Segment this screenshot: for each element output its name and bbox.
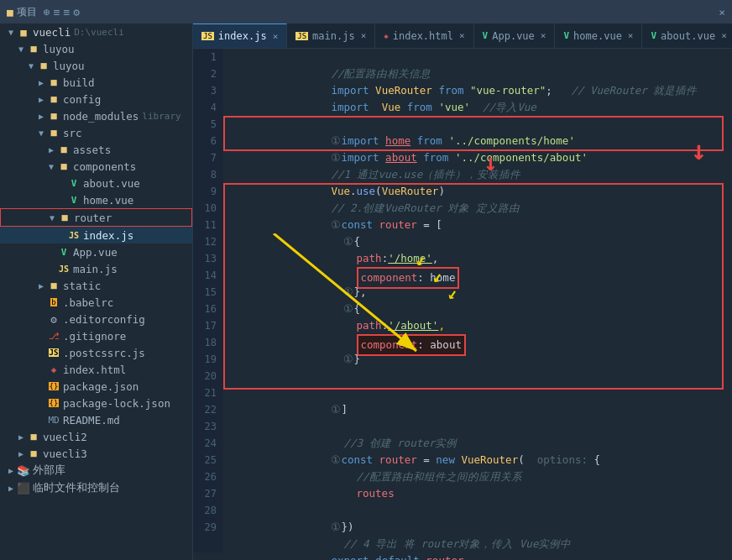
line-num: 18 — [193, 334, 217, 351]
code-line-21: ①] — [230, 385, 732, 401]
router-label: router — [74, 212, 112, 224]
code-line-16: path:'/about', — [230, 301, 732, 317]
sidebar-item-home-vue[interactable]: ▶ V home.vue — [0, 191, 192, 208]
sidebar-item-vuecli3[interactable]: ▶ ■ vuecli3 — [0, 445, 192, 462]
tab-close-icon[interactable]: × — [721, 30, 727, 41]
arrow-icon: ▶ — [5, 466, 17, 475]
sidebar-item-static[interactable]: ▶ ■ static — [0, 277, 192, 294]
temp-icon: ⬛ — [17, 482, 30, 495]
external-lib-label: 外部库 — [33, 463, 65, 478]
sidebar-item-vuecli2[interactable]: ▶ ■ vuecli2 — [0, 428, 192, 445]
code-line-8: Vue.use(VueRouter) — [230, 166, 732, 183]
tab-close-icon[interactable]: × — [459, 30, 465, 41]
build-label: build — [63, 76, 95, 89]
line-num: 9 — [193, 183, 217, 200]
editor-area[interactable]: 1 2 3 4 5 6 7 8 9 10 11 12 13 14 — [193, 49, 732, 560]
tab-close-icon[interactable]: × — [541, 30, 546, 41]
sidebar-item-editorconfig[interactable]: ▶ ⚙ .editorconfig — [0, 311, 192, 327]
titlebar-list1[interactable]: ≡ — [54, 6, 60, 18]
tab-close-icon[interactable]: × — [361, 30, 367, 41]
titlebar-list2[interactable]: ≡ — [63, 6, 70, 18]
html-icon: ◈ — [47, 363, 60, 376]
tab-home-vue[interactable]: V home.vue × — [555, 24, 642, 48]
titlebar-close[interactable]: × — [719, 6, 725, 18]
sidebar-item-components[interactable]: ▼ ■ components — [0, 158, 192, 175]
tab-index-html[interactable]: ◈ index.html × — [375, 24, 473, 48]
sidebar-item-postcssrc[interactable]: ▶ JS .postcssrc.js — [0, 344, 192, 361]
sidebar-item-readme[interactable]: ▶ MD README.md — [0, 411, 192, 428]
line-numbers: 1 2 3 4 5 6 7 8 9 10 11 12 13 14 — [193, 49, 223, 552]
sidebar-item-gitignore[interactable]: ▶ ⎇ .gitignore — [0, 327, 192, 344]
code-line-1: //配置路由相关信息 — [230, 49, 732, 65]
code-line-4 — [230, 99, 732, 116]
app-vue-label: App.vue — [73, 246, 118, 259]
sidebar-item-babelrc[interactable]: ▶ b .babelrc — [0, 294, 192, 311]
tab-app-vue[interactable]: V App.vue × — [474, 24, 556, 48]
sidebar-item-about-vue[interactable]: ▶ V about.vue — [0, 175, 192, 191]
tab-label: home.vue — [573, 30, 622, 42]
sidebar-item-router[interactable]: ▼ ■ router — [0, 208, 192, 227]
folder-icon: ■ — [47, 126, 60, 139]
sidebar-item-app-vue[interactable]: ▶ V App.vue — [0, 243, 192, 260]
line-num: 5 — [193, 116, 217, 133]
arrow-icon: ▼ — [45, 162, 57, 171]
sidebar-item-assets[interactable]: ▶ ■ assets — [0, 141, 192, 158]
editorconfig-label: .editorconfig — [63, 313, 145, 326]
sidebar-item-package-lock[interactable]: ▶ {} package-lock.json — [0, 395, 192, 411]
tab-main-js[interactable]: JS main.js × — [287, 24, 375, 48]
tab-index-js[interactable]: JS index.js × — [193, 24, 287, 48]
sidebar-item-main-js[interactable]: ▶ JS main.js — [0, 260, 192, 277]
sidebar-item-src[interactable]: ▼ ■ src — [0, 124, 192, 141]
code-line-13: component: home — [230, 250, 732, 267]
sidebar-item-external-lib[interactable]: ▶ 📚 外部库 — [0, 462, 192, 479]
line-num: 17 — [193, 317, 217, 334]
json-icon: {} — [47, 396, 60, 410]
js-icon: JS — [47, 346, 60, 359]
line-num: 22 — [193, 401, 217, 418]
line-num: 3 — [193, 82, 217, 99]
sidebar-item-vuecli[interactable]: ▼ ■ vuecli D:\vuecli — [0, 24, 192, 40]
sidebar-item-config[interactable]: ▶ ■ config — [0, 91, 192, 107]
sidebar-item-package-json[interactable]: ▶ {} package.json — [0, 378, 192, 395]
html-tab-icon: ◈ — [384, 32, 388, 40]
sidebar-item-temp[interactable]: ▶ ⬛ 临时文件和控制台 — [0, 479, 192, 497]
config-label: config — [63, 93, 101, 106]
editor-pane: JS index.js × JS main.js × ◈ index.html … — [193, 24, 732, 560]
tab-close-icon[interactable]: × — [273, 31, 279, 42]
assets-label: assets — [73, 144, 111, 156]
tab-label: index.html — [393, 30, 453, 42]
tab-about-vue[interactable]: V about.vue × — [642, 24, 732, 48]
babel-icon: b — [47, 296, 60, 309]
code-line-25: //配置路由和组件之间的应用关系 — [230, 452, 732, 468]
vuecli-path: D:\vuecli — [74, 27, 124, 38]
arrow-icon: ▼ — [15, 44, 27, 54]
code-line-5: ①import home from '../components/home' — [230, 116, 732, 133]
code-line-2: import VueRouter from "vue-router"; // V… — [230, 65, 732, 82]
tab-label: about.vue — [661, 30, 715, 42]
line-num: 7 — [193, 149, 217, 166]
vue-tab-icon: V — [651, 30, 656, 41]
folder-icon: ■ — [37, 59, 50, 72]
tab-close-icon[interactable]: × — [628, 30, 634, 41]
sidebar-item-luyou[interactable]: ▼ ■ luyou — [0, 40, 192, 57]
sidebar-item-index-html[interactable]: ▶ ◈ index.html — [0, 361, 192, 378]
titlebar-settings[interactable]: ⚙ — [73, 6, 80, 18]
code-line-28: ①}) — [230, 502, 732, 519]
tab-label: App.vue — [492, 30, 535, 42]
titlebar-add[interactable]: ⊕ — [44, 6, 50, 18]
sidebar-item-node-modules[interactable]: ▶ ■ node_modules library — [0, 107, 192, 124]
arrow-icon: ▶ — [35, 112, 47, 121]
code-line-10: ①const router = [ — [230, 200, 732, 217]
line-num: 13 — [193, 250, 217, 267]
code-container: 1 2 3 4 5 6 7 8 9 10 11 12 13 14 — [193, 49, 732, 552]
sidebar-item-luyou-inner[interactable]: ▼ ■ luyou — [0, 57, 192, 74]
code-line-23: //3 创建 router实例 — [230, 418, 732, 435]
sidebar-item-build[interactable]: ▶ ■ build — [0, 74, 192, 91]
luyou-label: luyou — [43, 43, 75, 55]
sidebar-item-index-js[interactable]: ▶ JS index.js — [0, 227, 192, 243]
tabs-bar: JS index.js × JS main.js × ◈ index.html … — [193, 24, 732, 49]
code-line-6: ①import about from '../components/about' — [230, 133, 732, 149]
folder-icon: ■ — [57, 160, 71, 173]
tab-label: main.js — [312, 30, 355, 42]
folder-icon: ■ — [47, 76, 60, 89]
